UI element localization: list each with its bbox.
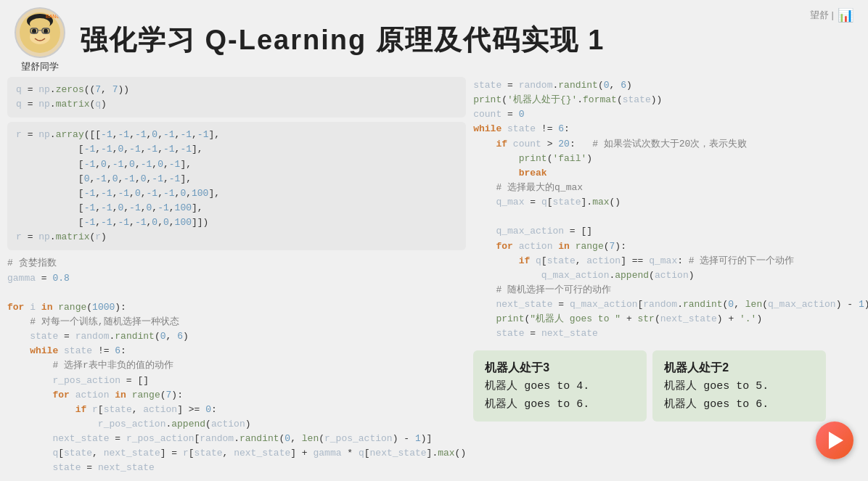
bottom-boxes: 机器人处于3 机器人 goes to 4. 机器人 goes to 6. 机器人… <box>473 350 868 422</box>
right-panel: state = random.randint(0, 6) print('机器人处… <box>473 77 868 477</box>
code-loop-pre: # 贪婪指数 gamma = 0.8 for i in range(1000):… <box>7 256 466 475</box>
result-box-1: 机器人处于3 机器人 goes to 4. 机器人 goes to 6. <box>473 350 647 422</box>
code-block-main-loop: # 贪婪指数 gamma = 0.8 for i in range(1000):… <box>7 255 466 477</box>
logo-bars: 📊 <box>838 7 853 23</box>
code-block-right: state = random.randint(0, 6) print('机器人处… <box>473 77 868 343</box>
avatar: BANG <box>15 7 65 58</box>
avatar-label: 望舒同学 <box>21 60 59 73</box>
avatar-area: BANG 望舒同学 <box>15 7 65 73</box>
result2-line2: 机器人 goes to 6. <box>664 395 814 414</box>
code-zeros-pre: q = np.zeros((7, 7)) q = np.matrix(q) <box>16 83 457 112</box>
play-button-area[interactable] <box>832 350 868 422</box>
result1-line1: 机器人 goes to 4. <box>485 377 635 396</box>
result1-line2: 机器人 goes to 6. <box>485 395 635 414</box>
result-box-2: 机器人处于2 机器人 goes to 5. 机器人 goes to 6. <box>652 350 826 422</box>
content-area: q = np.zeros((7, 7)) q = np.matrix(q) r … <box>0 77 868 481</box>
top-right-logo: 望舒 | 📊 <box>810 7 853 23</box>
code-array-pre: r = np.array([[-1,-1,-1,0,-1,-1,-1], [-1… <box>16 128 457 244</box>
logo-text: 望舒 | <box>810 9 834 22</box>
code-block-array: r = np.array([[-1,-1,-1,0,-1,-1,-1], [-1… <box>7 122 466 250</box>
header: BANG 望舒同学 强化学习 Q-Learning 原理及代码实现 1 望舒 |… <box>0 0 868 77</box>
result1-label: 机器人处于3 <box>485 358 635 377</box>
play-button[interactable] <box>816 422 853 459</box>
left-panel: q = np.zeros((7, 7)) q = np.matrix(q) r … <box>7 77 466 477</box>
page-title: 强化学习 Q-Learning 原理及代码实现 1 <box>80 22 605 59</box>
result2-line1: 机器人 goes to 5. <box>664 377 814 396</box>
code-right-pre: state = random.randint(0, 6) print('机器人处… <box>473 78 868 342</box>
result2-label: 机器人处于2 <box>664 358 814 377</box>
code-block-zeros: q = np.zeros((7, 7)) q = np.matrix(q) <box>7 77 466 118</box>
svg-text:BANG: BANG <box>46 14 60 19</box>
main-container: BANG 望舒同学 强化学习 Q-Learning 原理及代码实现 1 望舒 |… <box>0 0 868 481</box>
